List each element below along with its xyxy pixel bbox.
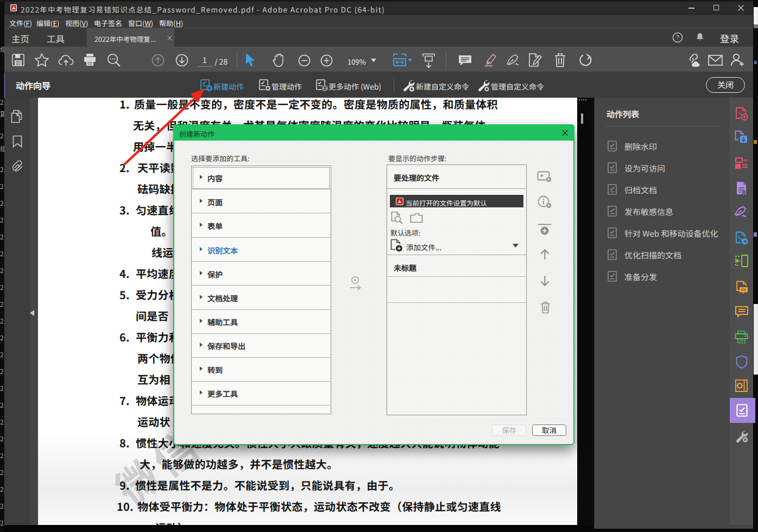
svg-text:?: ?	[676, 34, 679, 41]
